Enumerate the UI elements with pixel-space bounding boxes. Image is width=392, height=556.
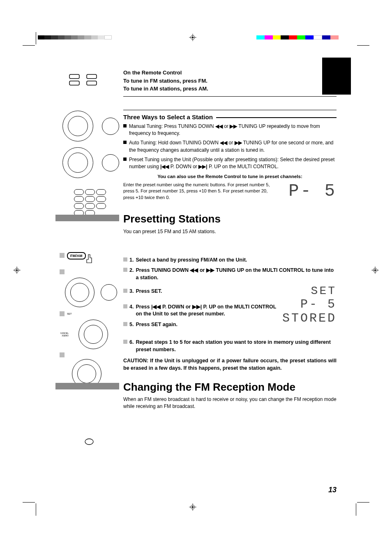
step-5: 5. Press SET again.	[123, 321, 279, 329]
bullet-icon	[123, 124, 127, 127]
step-4: 4. Press |◀◀ P. DOWN or ▶▶| P. UP on the…	[123, 303, 279, 318]
crop-mark	[357, 502, 369, 503]
multi-control-small-icon	[102, 154, 119, 171]
preset-tuning-item: Preset Tuning using the Unit (Possible o…	[123, 156, 337, 171]
rewind-icon: ◀◀	[220, 140, 227, 146]
page-number: 13	[328, 486, 337, 494]
registration-mark-icon	[371, 266, 379, 274]
cancel-demo-label: CANCEL/DEMO	[60, 332, 69, 337]
step-marker	[123, 289, 127, 293]
svg-point-3	[192, 37, 194, 38]
page-content: FM/AM SET CANCEL/DEMO	[55, 56, 337, 490]
remote-control-intro: On the Remote Control To tune in FM stat…	[123, 69, 337, 93]
remote-keypad-description: Enter the preset number using the numeri…	[123, 182, 279, 201]
numeric-keypad-icon	[74, 189, 106, 216]
caution-text: CAUTION: If the Unit is unplugged or if …	[123, 357, 337, 372]
intro-line-3: To tune in AM stations, press AM.	[123, 85, 337, 93]
prev-track-icon: |◀◀	[151, 304, 161, 310]
crop-mark	[357, 45, 369, 46]
divider	[123, 110, 337, 110]
step-marker	[123, 340, 127, 344]
right-text-column: On the Remote Control To tune in FM stat…	[123, 56, 337, 490]
step-marker	[60, 269, 65, 274]
fm-mode-body: When an FM stereo broadcast is hard to r…	[123, 396, 337, 410]
svg-point-7	[192, 506, 194, 508]
fm-mode-button-icon	[84, 438, 94, 447]
registration-mark-icon	[13, 266, 21, 274]
svg-rect-19	[87, 81, 97, 85]
step-1: 1. Select a band by pressing FM/AM on th…	[123, 257, 337, 264]
display-stored: STORED	[279, 311, 337, 325]
presetting-intro: You can preset 15 FM and 15 AM stations.	[123, 229, 337, 234]
presetting-heading-row: Presetting Stations	[123, 213, 337, 225]
crop-mark	[36, 32, 36, 44]
fm-mode-heading-row: Changing the FM Reception Mode	[123, 381, 337, 394]
fast-forward-icon: ▶▶	[235, 140, 242, 146]
step-marker	[60, 311, 65, 316]
fast-forward-icon: ▶▶	[206, 267, 214, 273]
three-ways-heading-row: Three Ways to Select a Station	[123, 114, 337, 120]
color-calibration-bar	[256, 35, 339, 39]
svg-point-11	[16, 269, 18, 271]
pointing-hand-icon	[85, 254, 93, 265]
display-preset-example: P- 5	[287, 181, 337, 201]
crop-mark	[23, 502, 35, 503]
fast-forward-icon: ▶▶	[230, 123, 237, 129]
step-marker	[123, 322, 127, 326]
presetting-heading: Presetting Stations	[123, 213, 337, 225]
intro-line-2: To tune in FM stations, press FM.	[123, 77, 337, 85]
intro-line-1: On the Remote Control	[123, 69, 337, 77]
tuning-illustration-group	[55, 109, 119, 180]
step-marker	[123, 268, 127, 272]
crop-mark	[356, 503, 356, 516]
next-track-icon: ▶▶|	[198, 164, 207, 169]
step-marker	[123, 257, 127, 262]
svg-rect-17	[69, 81, 79, 85]
multi-control-small-icon	[101, 284, 117, 301]
step-marker	[60, 253, 65, 258]
step-marker	[60, 352, 65, 357]
multi-control-dial-icon	[62, 111, 93, 141]
heading-bar	[55, 215, 119, 221]
svg-point-20	[85, 439, 93, 445]
registration-mark-icon	[189, 34, 196, 41]
multi-control-dial-icon	[65, 278, 95, 307]
presetting-step-icons: FM/AM SET CANCEL/DEMO	[60, 250, 117, 390]
step-marker	[123, 304, 127, 308]
next-track-icon: ▶▶|	[192, 304, 202, 310]
display-p5: P- 5	[279, 297, 337, 311]
svg-rect-18	[87, 74, 97, 79]
rewind-icon: ◀◀	[190, 267, 198, 273]
auto-tuning-item: Auto Tuning: Hold down TUNING DOWN ◀◀ or…	[123, 139, 337, 154]
crop-mark	[23, 45, 35, 46]
bullet-icon	[123, 158, 127, 161]
multi-control-dial-icon	[62, 147, 93, 178]
step-6: 6. Repeat steps 1 to 5 for each station …	[123, 339, 337, 353]
crop-mark	[36, 503, 36, 516]
display-readouts: SET P- 5 STORED	[279, 285, 337, 325]
set-button-label: SET	[67, 313, 72, 315]
prev-track-icon: |◀◀	[160, 164, 169, 169]
remote-buttons-icon	[67, 72, 100, 90]
step-2: 2. Press TUNING DOWN ◀◀ or ▶▶ TUNING UP …	[123, 267, 337, 281]
fmam-button-icon: FM/AM	[67, 252, 86, 259]
left-illustration-column: FM/AM SET CANCEL/DEMO	[55, 56, 119, 490]
svg-point-15	[374, 269, 376, 271]
remote-preset-note: You can also use the Remote Control to t…	[123, 174, 337, 179]
rewind-icon: ◀◀	[215, 123, 223, 129]
registration-mark-icon	[189, 503, 196, 511]
divider	[123, 96, 337, 97]
multi-control-small-icon	[102, 118, 119, 135]
fm-mode-heading: Changing the FM Reception Mode	[123, 381, 337, 394]
manual-tuning-item: Manual Tuning: Press TUNING DOWN ◀◀ or ▶…	[123, 123, 337, 137]
step-3: 3. Press SET.	[123, 288, 279, 295]
set-dial-icon	[78, 320, 108, 349]
bullet-icon	[123, 141, 127, 144]
display-set: SET	[279, 285, 337, 297]
three-ways-heading: Three Ways to Select a Station	[123, 114, 213, 120]
heading-bar	[55, 383, 119, 389]
grayscale-calibration-bar	[38, 35, 112, 39]
svg-rect-16	[69, 74, 79, 79]
